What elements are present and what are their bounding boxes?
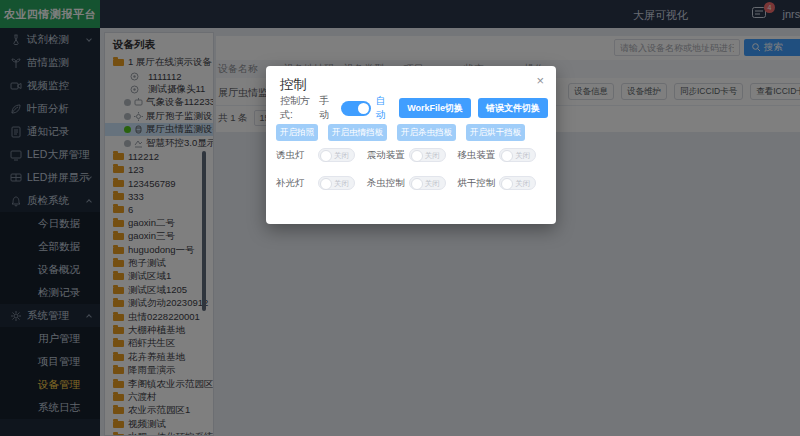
control-dialog: 控制 × 控制方式: 手动 自动 WorkFile切换 错误文件切换 开启拍照 … [266, 66, 556, 224]
app-screen: 农业四情测报平台 大屏可视化 4 jnrstest 试剂检测 苗情监测 视频监控… [0, 0, 800, 436]
fill-light-label: 补光灯 [276, 177, 318, 190]
vibration-toggle[interactable]: 关闭 [409, 148, 446, 162]
auto-label: 自动 [376, 94, 392, 122]
vibration-label: 震动装置 [367, 149, 409, 162]
lure-lamp-label: 诱虫灯 [276, 149, 318, 162]
manual-label: 手动 [319, 94, 335, 122]
workfile-switch-button[interactable]: WorkFile切换 [399, 98, 471, 118]
dry-control-label: 烘干控制 [457, 177, 499, 190]
open-insect-baffle-button[interactable]: 开启虫情挡板 [328, 124, 387, 141]
close-icon[interactable]: × [536, 74, 544, 87]
move-insect-toggle[interactable]: 关闭 [499, 148, 536, 162]
open-dry-baffle-button[interactable]: 开启烘干挡板 [466, 124, 525, 141]
open-action-buttons: 开启拍照 开启虫情挡板 开启杀虫挡板 开启烘干挡板 [276, 124, 525, 141]
dialog-title: 控制 [280, 76, 307, 94]
control-mode-row: 控制方式: 手动 自动 WorkFile切换 错误文件切换 [280, 98, 548, 118]
fill-light-toggle[interactable]: 关闭 [318, 176, 355, 190]
open-kill-baffle-button[interactable]: 开启杀虫挡板 [397, 124, 456, 141]
device-switch-grid: 诱虫灯关闭 震动装置关闭 移虫装置关闭 补光灯关闭 杀虫控制关闭 烘干控制关闭 [276, 148, 548, 204]
lure-lamp-toggle[interactable]: 关闭 [318, 148, 355, 162]
kill-control-toggle[interactable]: 关闭 [409, 176, 446, 190]
open-photo-button[interactable]: 开启拍照 [276, 124, 318, 141]
control-mode-label: 控制方式: [280, 94, 315, 122]
move-insect-label: 移虫装置 [457, 149, 499, 162]
dry-control-toggle[interactable]: 关闭 [499, 176, 536, 190]
kill-control-label: 杀虫控制 [367, 177, 409, 190]
mode-toggle[interactable] [341, 101, 371, 116]
errorfile-switch-button[interactable]: 错误文件切换 [478, 98, 548, 118]
